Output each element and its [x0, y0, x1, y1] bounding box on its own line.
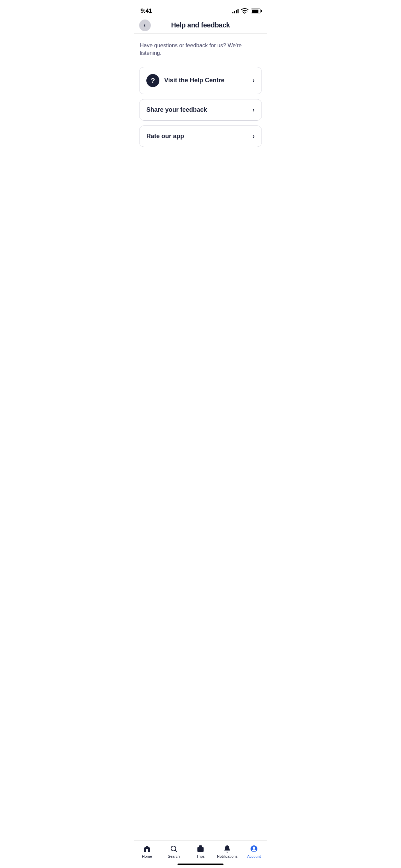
chevron-right-icon: › [253, 77, 255, 84]
status-time: 9:41 [141, 8, 152, 14]
status-icons [232, 7, 260, 15]
page-subtitle: Have questions or feedback for us? We're… [139, 42, 262, 57]
chevron-right-icon: › [253, 133, 255, 140]
status-bar: 9:41 [134, 0, 267, 17]
share-feedback-label: Share your feedback [146, 106, 207, 113]
page-title: Help and feedback [171, 21, 230, 29]
main-content: Have questions or feedback for us? We're… [134, 34, 267, 147]
visit-help-centre-button[interactable]: ? Visit the Help Centre › [139, 67, 262, 94]
rate-app-button[interactable]: Rate our app › [139, 125, 262, 147]
rate-app-label: Rate our app [146, 133, 184, 140]
back-button[interactable]: ‹ [139, 20, 151, 31]
wifi-icon [241, 7, 249, 15]
back-chevron-icon: ‹ [144, 22, 146, 29]
chevron-right-icon: › [253, 106, 255, 113]
signal-icon [232, 9, 239, 13]
battery-icon [251, 9, 260, 13]
share-feedback-button[interactable]: Share your feedback › [139, 99, 262, 121]
visit-help-centre-label: Visit the Help Centre [164, 77, 224, 84]
header: ‹ Help and feedback [134, 17, 267, 34]
help-circle-icon: ? [146, 74, 159, 87]
